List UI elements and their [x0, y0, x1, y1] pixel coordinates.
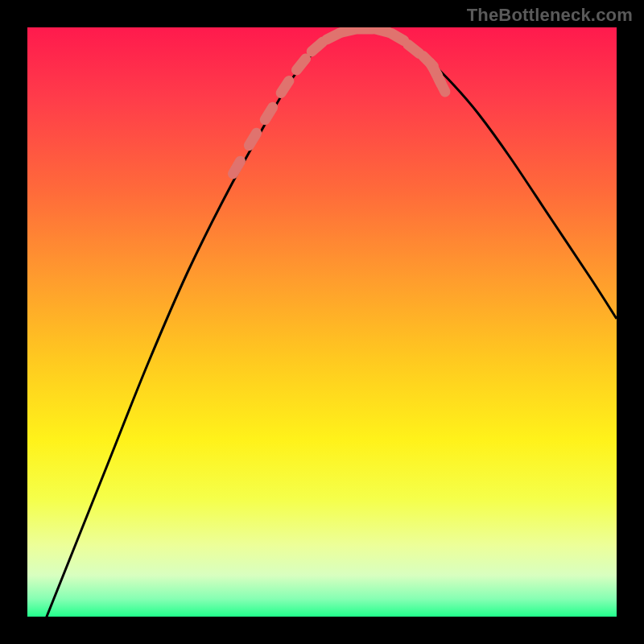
marker-dash	[233, 161, 241, 174]
marker-dash	[296, 59, 305, 70]
marker-dash	[281, 81, 289, 93]
chart-frame	[27, 27, 617, 617]
bottleneck-curve-path	[27, 29, 617, 617]
chart-svg	[27, 27, 617, 617]
marker-dash	[391, 34, 404, 41]
watermark-text: TheBottleneck.com	[467, 5, 633, 26]
marker-dash	[249, 133, 256, 145]
marker-dash	[439, 79, 445, 92]
marker-dash	[312, 42, 323, 52]
marker-group	[233, 29, 446, 174]
marker-dash	[265, 107, 272, 119]
marker-dash	[408, 44, 419, 53]
